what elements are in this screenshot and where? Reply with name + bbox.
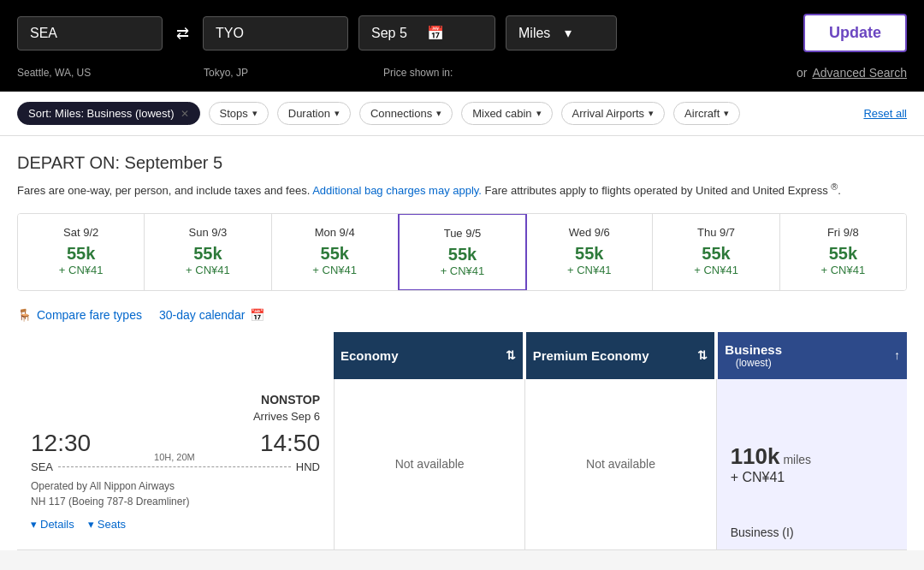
calendar-grid-icon: 📅 xyxy=(250,308,264,322)
origin-input[interactable] xyxy=(17,16,163,50)
origin-location: Seattle, WA, US xyxy=(17,67,163,79)
stops-label: Stops xyxy=(220,107,248,120)
calendar-30-link[interactable]: 30-day calendar 📅 xyxy=(159,308,264,322)
stops-arrow-icon: ▾ xyxy=(252,108,258,119)
economy-not-available: Not available xyxy=(395,457,465,471)
date-cards-container: Sat 9/2 55k + CN¥41 Sun 9/3 55k + CN¥41 … xyxy=(17,213,907,291)
swap-airports-icon[interactable]: ⇄ xyxy=(173,21,192,46)
seats-label: Seats xyxy=(98,518,126,531)
duration-label: Duration xyxy=(288,107,330,120)
depart-date: September 5 xyxy=(125,153,223,172)
date-card-6[interactable]: Fri 9/8 55k + CN¥41 xyxy=(780,214,906,290)
connections-filter[interactable]: Connections ▾ xyxy=(359,102,453,125)
filters-bar: Sort: Miles: Business (lowest) ✕ Stops ▾… xyxy=(0,92,924,136)
chevron-down-icon: ▾ xyxy=(31,518,37,531)
mixed-cabin-arrow-icon: ▾ xyxy=(536,108,542,119)
seat-icon: 🪑 xyxy=(17,308,32,322)
date-card-miles: 55k xyxy=(533,244,645,264)
date-card-1[interactable]: Sun 9/3 55k + CN¥41 xyxy=(145,214,271,290)
date-card-2[interactable]: Mon 9/4 55k + CN¥41 xyxy=(272,214,399,290)
compare-fare-label-text: 30-day calendar xyxy=(159,308,245,322)
date-card-miles: 55k xyxy=(151,244,264,264)
aircraft-arrow-icon: ▾ xyxy=(724,108,729,119)
arrival-time: 14:50 xyxy=(260,430,320,457)
registered-mark: ® xyxy=(831,181,838,192)
date-card-tax: + CN¥41 xyxy=(533,264,645,276)
seats-link[interactable]: ▾ Seats xyxy=(88,518,126,531)
departure-time: 12:30 xyxy=(31,430,91,457)
premium-cabin-header[interactable]: Premium Economy ⇅ xyxy=(526,332,715,379)
date-card-tax: + CN¥41 xyxy=(151,264,264,276)
header-sub: Seattle, WA, US Tokyo, JP Price shown in… xyxy=(0,66,924,92)
date-picker[interactable]: Sep 5 📅 xyxy=(358,15,495,50)
advanced-search-link[interactable]: Advanced Search xyxy=(812,66,907,80)
business-cabin-header[interactable]: Business (lowest) ↑ xyxy=(718,332,907,379)
date-card-4[interactable]: Wed 9/6 55k + CN¥41 xyxy=(526,214,653,290)
duration-filter[interactable]: Duration ▾ xyxy=(277,102,351,125)
stops-filter[interactable]: Stops ▾ xyxy=(209,102,269,125)
destination-location: Tokyo, JP xyxy=(204,67,349,79)
details-link[interactable]: ▾ Details xyxy=(31,518,74,531)
business-sub-label: (lowest) xyxy=(725,357,782,369)
duration-arrow-icon: ▾ xyxy=(335,108,340,119)
currency-dropdown-icon: ▾ xyxy=(565,25,604,41)
compare-fare-label: Compare fare types xyxy=(37,308,142,322)
reset-all-link[interactable]: Reset all xyxy=(863,107,907,120)
business-miles-amount: 110k miles xyxy=(731,443,811,470)
date-card-miles: 55k xyxy=(25,244,137,264)
flight-type: NONSTOP xyxy=(31,393,320,407)
flight-links: ▾ Details ▾ Seats xyxy=(31,518,320,531)
seats-chevron-icon: ▾ xyxy=(88,518,94,531)
flight-info: NONSTOP Arrives Sep 6 12:30 14:50 SEA 10… xyxy=(17,379,334,549)
business-sort-icon[interactable]: ↑ xyxy=(894,348,900,362)
date-card-0[interactable]: Sat 9/2 55k + CN¥41 xyxy=(18,214,145,290)
results-area: Economy ⇅ Premium Economy ⇅ Business (lo… xyxy=(17,332,907,379)
arrival-airports-arrow-icon: ▾ xyxy=(649,108,654,119)
compare-fare-link[interactable]: 🪑 Compare fare types xyxy=(17,308,142,322)
details-label: Details xyxy=(40,518,74,531)
business-cell[interactable]: 110k miles + CN¥41 Business (I) xyxy=(716,379,907,549)
currency-value: Miles xyxy=(518,26,558,41)
destination-input[interactable] xyxy=(203,16,348,50)
date-card-5[interactable]: Thu 9/7 55k + CN¥41 xyxy=(653,214,779,290)
calendar-icon: 📅 xyxy=(427,25,483,41)
arrival-airports-filter[interactable]: Arrival Airports ▾ xyxy=(561,102,666,125)
update-button[interactable]: Update xyxy=(803,14,907,52)
sort-label: Sort: Miles: Business (lowest) xyxy=(28,107,175,120)
depart-prefix: DEPART ON: xyxy=(17,153,120,172)
route-line: 10H, 20M xyxy=(58,466,291,467)
date-card-label: Fri 9/8 xyxy=(787,226,899,239)
depart-title: DEPART ON: September 5 xyxy=(17,153,907,173)
arrival-airports-label: Arrival Airports xyxy=(572,107,645,120)
fare-notice: Fares are one-way, per person, and inclu… xyxy=(17,180,907,199)
fare-notice-text: Fares are one-way, per person, and inclu… xyxy=(17,184,310,197)
economy-label: Economy xyxy=(341,348,399,363)
date-card-miles: 55k xyxy=(660,244,772,264)
search-header: ⇄ Sep 5 📅 Miles ▾ Update xyxy=(0,0,924,66)
route-to: HND xyxy=(296,460,320,473)
route-duration: 10H, 20M xyxy=(154,452,195,462)
date-card-3[interactable]: Tue 9/5 55k + CN¥41 xyxy=(398,213,527,291)
premium-not-available: Not available xyxy=(586,457,655,471)
currency-selector[interactable]: Miles ▾ xyxy=(506,15,617,50)
bag-charges-link[interactable]: Additional bag charges may apply. xyxy=(312,184,482,197)
flight-operator: Operated by All Nippon Airways xyxy=(31,480,320,492)
economy-cabin-header[interactable]: Economy ⇅ xyxy=(334,332,523,379)
date-card-tax: + CN¥41 xyxy=(279,264,391,276)
aircraft-label: Aircraft xyxy=(684,107,720,120)
economy-sort-icon[interactable]: ⇅ xyxy=(506,348,516,362)
economy-cell: Not available xyxy=(334,379,524,549)
premium-sort-icon[interactable]: ⇅ xyxy=(697,348,708,362)
date-card-label: Tue 9/5 xyxy=(406,227,518,240)
fare-notice-suffix: Fare attributes apply to flights operate… xyxy=(485,184,828,197)
main-content: DEPART ON: September 5 Fares are one-way… xyxy=(0,136,924,550)
sort-close-icon[interactable]: ✕ xyxy=(181,108,189,120)
aircraft-filter[interactable]: Aircraft ▾ xyxy=(673,102,740,125)
mixed-cabin-label: Mixed cabin xyxy=(472,107,531,120)
sort-filter[interactable]: Sort: Miles: Business (lowest) ✕ xyxy=(17,102,200,125)
business-cabin-label: Business (I) xyxy=(731,525,794,539)
date-card-miles: 55k xyxy=(406,245,518,264)
date-card-tax: + CN¥41 xyxy=(660,264,772,276)
business-tax: + CN¥41 xyxy=(731,470,811,485)
mixed-cabin-filter[interactable]: Mixed cabin ▾ xyxy=(461,102,552,125)
